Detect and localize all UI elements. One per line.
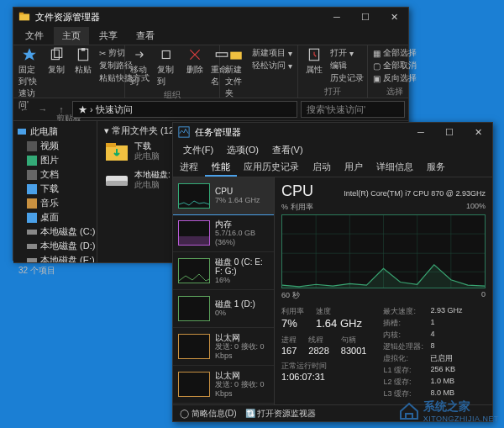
- svg-rect-16: [27, 213, 37, 223]
- taskmgr-menubar: 文件(F) 选项(O) 查看(V): [173, 141, 492, 158]
- copyto-button[interactable]: 复制到: [157, 47, 179, 87]
- virt-value: 已启用: [430, 353, 453, 364]
- address-bar: ← → ↑ ★ › 快速访问 搜索'快速访问': [13, 98, 408, 121]
- sidebar-disk1[interactable]: 磁盘 1 (D:)0%: [173, 290, 274, 328]
- maximize-button[interactable]: ☐: [351, 8, 380, 26]
- newitem-button[interactable]: 新建项目 ▾: [252, 47, 292, 59]
- taskmgr-tabs: 进程 性能 应用历史记录 启动 用户 详细信息 服务: [173, 158, 492, 177]
- group-organize-label: 组织: [130, 87, 214, 101]
- cpu-model: Intel(R) Core(TM) i7 CPU 870 @ 2.93GHz: [344, 189, 486, 198]
- svg-rect-33: [179, 236, 209, 245]
- brief-toggle[interactable]: ◯ 简略信息(D): [180, 408, 237, 420]
- tab-details[interactable]: 详细信息: [370, 158, 420, 177]
- menu-file[interactable]: 文件(F): [176, 142, 220, 158]
- svg-rect-19: [27, 258, 37, 263]
- up-button[interactable]: ↑: [54, 102, 69, 117]
- tab-history[interactable]: 应用历史记录: [237, 158, 306, 177]
- svg-rect-15: [27, 198, 37, 209]
- l3-value: 8.0 MB: [430, 388, 454, 399]
- tab-share[interactable]: 共享: [91, 27, 126, 45]
- easyaccess-button[interactable]: 轻松访问 ▾: [252, 60, 292, 71]
- tm-maximize-button[interactable]: ☐: [435, 123, 464, 141]
- sidebar-eth0[interactable]: 以太网发送: 0 接收: 0 Kbps: [173, 328, 274, 366]
- sockets-value: 1: [430, 318, 434, 329]
- zero-label: 0: [481, 290, 486, 301]
- l2-value: 1.0 MB: [430, 377, 454, 388]
- tm-minimize-button[interactable]: ─: [407, 123, 435, 141]
- back-button[interactable]: ←: [17, 102, 32, 117]
- delete-button[interactable]: 删除: [184, 47, 206, 76]
- paste-button[interactable]: 粘贴: [72, 47, 94, 76]
- nav-tree[interactable]: 此电脑 视频 图片 文档 下载 音乐 桌面 本地磁盘 (C:) 本地磁盘 (D:…: [13, 121, 97, 262]
- explorer-titlebar[interactable]: 文件资源管理器 ─ ☐ ✕: [13, 8, 408, 26]
- sidebar-disk0[interactable]: 磁盘 0 (C: E: F: G:)16%: [173, 252, 274, 290]
- svg-rect-17: [27, 230, 37, 235]
- cpu-heading: CPU: [281, 182, 313, 200]
- invert-button[interactable]: ▣ 反向选择: [373, 72, 417, 84]
- svg-rect-14: [27, 184, 37, 194]
- selectnone-button[interactable]: ▢ 全部取消: [373, 60, 417, 71]
- open-button[interactable]: 打开 ▾: [330, 47, 364, 59]
- selectall-button[interactable]: ▦ 全部选择: [373, 47, 417, 59]
- group-open-label: 打开: [303, 84, 362, 98]
- tree-thispc[interactable]: 此电脑: [15, 124, 95, 139]
- forward-button[interactable]: →: [35, 102, 50, 117]
- tree-downloads[interactable]: 下载: [15, 182, 95, 196]
- group-select-label: 选择: [373, 84, 417, 98]
- ribbon-tabs: 文件 主页 共享 查看: [13, 26, 408, 45]
- tab-home[interactable]: 主页: [54, 27, 89, 45]
- resmon-link[interactable]: 🔃 打开资源监视器: [245, 408, 317, 420]
- folder-icon: [18, 11, 30, 23]
- svg-rect-11: [27, 141, 37, 151]
- handles-value: 83001: [341, 346, 367, 356]
- tree-pictures[interactable]: 图片: [15, 153, 95, 167]
- tree-video[interactable]: 视频: [15, 139, 95, 153]
- menu-view[interactable]: 查看(V): [265, 142, 310, 158]
- tab-processes[interactable]: 进程: [173, 158, 205, 177]
- properties-button[interactable]: 属性: [303, 47, 325, 76]
- tab-performance[interactable]: 性能: [205, 158, 237, 177]
- tree-documents[interactable]: 文档: [15, 167, 95, 182]
- sidebar-eth2[interactable]: 以太网发送: 0 接收: 120 Kbps: [173, 404, 274, 404]
- moveto-button[interactable]: 移动到: [130, 47, 152, 87]
- svg-rect-6: [162, 51, 170, 59]
- svg-rect-31: [106, 181, 128, 186]
- speed-value: 1.64 GHz: [316, 317, 362, 330]
- window-label: 60 秒: [281, 290, 300, 301]
- proc-value: 167: [281, 346, 297, 356]
- minimize-button[interactable]: ─: [323, 8, 351, 26]
- menu-options[interactable]: 选项(O): [220, 142, 265, 158]
- tree-music[interactable]: 音乐: [15, 196, 95, 210]
- copy-button[interactable]: 复制: [45, 47, 67, 76]
- sidebar-memory[interactable]: 内存5.7/16.0 GB (36%): [173, 214, 274, 252]
- history-button[interactable]: 历史记录: [330, 72, 364, 84]
- address-field[interactable]: ★ › 快速访问: [72, 101, 297, 118]
- taskmgr-titlebar[interactable]: 任务管理器 ─ ☐ ✕: [173, 123, 492, 141]
- svg-rect-12: [27, 156, 37, 166]
- tab-file[interactable]: 文件: [17, 27, 52, 45]
- perf-sidebar: CPU7% 1.64 GHz 内存5.7/16.0 GB (36%) 磁盘 0 …: [173, 177, 275, 404]
- svg-rect-18: [27, 244, 37, 249]
- svg-rect-10: [18, 129, 26, 135]
- tree-desktop[interactable]: 桌面: [15, 210, 95, 225]
- tree-edrive[interactable]: 本地磁盘 (E:): [15, 253, 95, 262]
- tree-ddrive[interactable]: 本地磁盘 (D:): [15, 239, 95, 253]
- tm-close-button[interactable]: ✕: [464, 123, 492, 141]
- cpu-graph: [281, 214, 486, 288]
- sidebar-eth1[interactable]: 以太网发送: 0 接收: 0 Kbps: [173, 366, 274, 404]
- search-input[interactable]: 搜索'快速访问': [301, 101, 405, 118]
- watermark: 系统之家XITONGZHIJIA.NET: [398, 399, 499, 423]
- newfolder-button[interactable]: 新建文件夹: [225, 47, 247, 99]
- tab-services[interactable]: 服务: [420, 158, 452, 177]
- sidebar-cpu[interactable]: CPU7% 1.64 GHz: [173, 177, 275, 215]
- edit-button[interactable]: 编辑: [330, 60, 364, 71]
- tab-startup[interactable]: 启动: [306, 158, 338, 177]
- taskmgr-icon: [178, 126, 190, 138]
- tab-users[interactable]: 用户: [338, 158, 370, 177]
- util-label: % 利用率: [281, 202, 313, 213]
- task-manager-window: 任务管理器 ─ ☐ ✕ 文件(F) 选项(O) 查看(V) 进程 性能 应用历史…: [172, 122, 493, 422]
- close-button[interactable]: ✕: [380, 8, 408, 26]
- tab-view[interactable]: 查看: [128, 27, 163, 45]
- tree-cdrive[interactable]: 本地磁盘 (C:): [15, 225, 95, 239]
- ribbon: 固定到'快速访问' 复制 粘贴 ✂ 剪切 复制路径 粘贴快捷方式 剪贴板 移动到…: [13, 45, 408, 98]
